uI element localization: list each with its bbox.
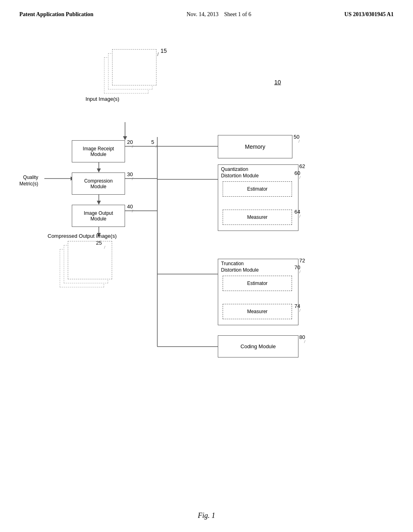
image-output-label: Image OutputModule [84,210,113,222]
slash-60: / [299,175,300,180]
trunc-dist-label: TruncationDistortion Module [221,261,259,273]
image-receipt-label: Image ReceiptModule [83,146,114,157]
slash-74: / [299,308,300,313]
figure-label: Fig. 1 [198,511,215,520]
slash-25: / [104,245,105,249]
quant-dist-label: QuantizationDistortion Module [221,166,259,179]
ref-5: 5 [151,139,154,145]
page-header: Patent Application Publication Nov. 14, … [0,0,413,18]
compressed-output-label: Compressed Output Image(s) [48,233,117,239]
header-left: Patent Application Publication [19,11,94,18]
image-receipt-module-box: Image ReceiptModule [72,140,125,162]
measurer-62-box: Measurer [223,210,292,225]
ref-72: 72 [299,258,305,264]
slash-20: / [132,144,133,149]
compression-label: CompressionModule [84,178,113,189]
input-image-stack-front [112,49,156,85]
estimator-70-box: Estimator [223,276,292,291]
estimator-70-label: Estimator [247,281,268,286]
svg-marker-3 [97,168,101,172]
slash-40: / [132,208,133,213]
compression-module-box: CompressionModule [72,172,125,195]
memory-box: Memory [218,135,292,158]
ref-10: 10 [274,79,281,85]
slash-15: / [157,52,159,57]
estimator-62-label: Estimator [247,186,268,192]
input-images-label: Input Image(s) [86,96,119,102]
header-date: Nov. 14, 2013 [186,11,218,17]
ref-62: 62 [299,163,305,169]
ref-15: 15 [161,48,167,54]
diagram-area: 15 / 10 Input Image(s) Image ReceiptModu… [0,44,413,468]
estimator-62-box: Estimator [223,181,292,197]
quality-metrics-label: QualityMetric(s) [19,175,38,187]
slash-70: / [299,269,300,274]
svg-marker-5 [97,201,101,205]
measurer-70-box: Measurer [223,304,292,319]
slash-80: / [304,339,305,344]
measurer-62-label: Measurer [247,214,268,220]
header-sheet: Sheet 1 of 6 [224,11,251,17]
svg-marker-1 [123,136,127,140]
slash-64: / [299,214,300,218]
memory-label: Memory [245,143,265,150]
measurer-70-label: Measurer [247,309,268,314]
output-image-stack-front [68,241,112,279]
slash-5: / [156,144,157,149]
slash-50: / [298,139,300,143]
slash-30: / [132,176,133,181]
header-right: US 2013/0301945 A1 [344,11,394,18]
ref-25: 25 [96,240,102,246]
coding-module-label: Coding Module [240,343,275,349]
header-center: Nov. 14, 2013 Sheet 1 of 6 [186,11,251,18]
image-output-module-box: Image OutputModule [72,205,125,227]
coding-module-box: Coding Module [218,335,298,357]
